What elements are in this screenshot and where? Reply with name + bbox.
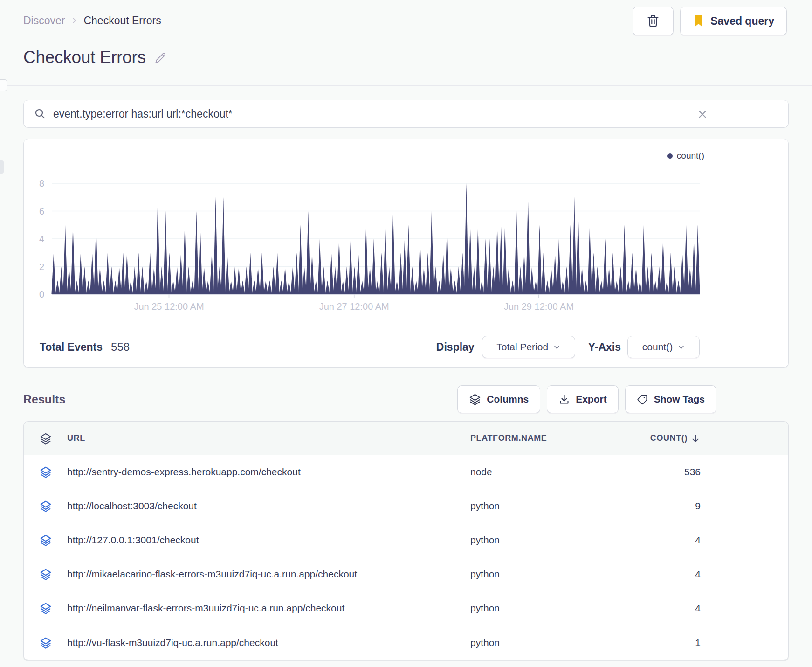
- table-row[interactable]: http://mikaelacarino-flask-errors-m3uuiz…: [24, 557, 788, 591]
- url-cell[interactable]: http://vu-flask-m3uuizd7iq-uc.a.run.app/…: [67, 637, 470, 648]
- download-icon: [558, 394, 570, 405]
- sort-desc-icon: [690, 433, 701, 444]
- svg-text:8: 8: [39, 178, 44, 188]
- count-cell: 4: [624, 535, 788, 546]
- display-period-dropdown[interactable]: Total Period: [482, 336, 575, 358]
- table-body: http://sentry-demos-express.herokuapp.co…: [24, 455, 788, 660]
- chart-controls: Display Total Period Y-Axis count(): [436, 336, 700, 358]
- chart-footer: Total Events 558 Display Total Period Y-…: [24, 326, 788, 368]
- export-button[interactable]: Export: [547, 385, 619, 413]
- svg-text:Jun 27 12:00 AM: Jun 27 12:00 AM: [319, 301, 389, 312]
- sidebar-handle[interactable]: [0, 160, 4, 174]
- column-header-url[interactable]: URL: [67, 433, 470, 443]
- count-cell: 9: [624, 500, 788, 512]
- trash-icon: [645, 13, 661, 29]
- delete-query-button[interactable]: [633, 7, 674, 35]
- svg-text:Jun 29 12:00 AM: Jun 29 12:00 AM: [504, 301, 574, 312]
- platform-cell: python: [470, 535, 624, 546]
- search-input[interactable]: [53, 108, 650, 120]
- table-row[interactable]: http://sentry-demos-express.herokuapp.co…: [24, 455, 788, 489]
- table-row[interactable]: http://localhost:3003/checkoutpython9: [24, 489, 788, 523]
- columns-button[interactable]: Columns: [457, 385, 540, 413]
- breadcrumb: Discover Checkout Errors: [23, 12, 161, 29]
- stack-icon[interactable]: [40, 466, 52, 478]
- table-row[interactable]: http://vu-flask-m3uuizd7iq-uc.a.run.app/…: [24, 625, 788, 660]
- legend-label: count(): [677, 151, 704, 161]
- breadcrumb-link-discover[interactable]: Discover: [23, 14, 65, 27]
- breadcrumb-chevron-icon: [70, 17, 78, 24]
- url-cell[interactable]: http://mikaelacarino-flask-errors-m3uuiz…: [67, 569, 470, 580]
- breadcrumb-current: Checkout Errors: [83, 14, 161, 27]
- count-cell: 4: [624, 569, 788, 580]
- svg-text:0: 0: [39, 289, 44, 299]
- stack-icon: [469, 393, 481, 405]
- svg-text:6: 6: [39, 206, 44, 216]
- clear-search-icon[interactable]: [697, 109, 708, 120]
- bookmark-icon: [693, 15, 704, 28]
- platform-cell: python: [470, 500, 624, 512]
- page-title: Checkout Errors: [23, 48, 146, 67]
- svg-text:2: 2: [39, 262, 44, 272]
- saved-query-button[interactable]: Saved query: [680, 7, 787, 35]
- total-events-value: 558: [111, 340, 130, 354]
- chart-legend[interactable]: count(): [667, 151, 704, 161]
- platform-cell: python: [470, 569, 624, 580]
- results-row: Results Columns Export Show Tags: [23, 384, 789, 414]
- chevron-down-icon: [553, 344, 560, 351]
- show-tags-button-label: Show Tags: [654, 394, 705, 405]
- stack-icon[interactable]: [40, 432, 52, 445]
- table-row[interactable]: http://neilmanvar-flask-errors-m3uuizd7i…: [24, 591, 788, 625]
- header-actions: Saved query: [633, 7, 787, 35]
- url-cell[interactable]: http://neilmanvar-flask-errors-m3uuizd7i…: [67, 603, 470, 614]
- events-chart: 02468Jun 25 12:00 AMJun 27 12:00 AMJun 2…: [24, 139, 788, 326]
- yaxis-dropdown[interactable]: count(): [627, 336, 700, 358]
- stack-icon[interactable]: [40, 568, 52, 580]
- count-cell: 4: [624, 603, 788, 614]
- header-divider: [0, 85, 812, 86]
- results-buttons: Columns Export Show Tags: [457, 385, 716, 413]
- count-cell: 1: [624, 637, 788, 648]
- yaxis-value: count(): [642, 341, 673, 353]
- search-bar[interactable]: [23, 100, 789, 128]
- url-cell[interactable]: http://sentry-demos-express.herokuapp.co…: [67, 466, 470, 478]
- total-events: Total Events 558: [40, 340, 130, 354]
- saved-query-label: Saved query: [710, 15, 774, 28]
- url-cell[interactable]: http://127.0.0.1:3001/checkout: [67, 535, 470, 546]
- chevron-down-icon: [678, 344, 685, 351]
- tag-icon: [637, 394, 648, 405]
- results-heading: Results: [23, 393, 65, 406]
- column-header-count[interactable]: COUNT(): [624, 433, 788, 444]
- display-label: Display: [436, 341, 475, 354]
- stack-icon[interactable]: [40, 534, 52, 546]
- svg-text:Jun 25 12:00 AM: Jun 25 12:00 AM: [134, 301, 204, 312]
- platform-cell: python: [470, 637, 624, 648]
- show-tags-button[interactable]: Show Tags: [625, 385, 716, 413]
- columns-button-label: Columns: [487, 394, 529, 405]
- chart-panel: 02468Jun 25 12:00 AMJun 27 12:00 AMJun 2…: [23, 139, 789, 368]
- stack-icon[interactable]: [40, 602, 52, 614]
- count-cell: 536: [624, 466, 788, 478]
- table-header-row: URL PLATFORM.NAME COUNT(): [24, 422, 788, 455]
- svg-text:4: 4: [39, 234, 44, 244]
- title-row: Checkout Errors: [23, 48, 168, 67]
- yaxis-label: Y-Axis: [588, 341, 621, 354]
- results-table: URL PLATFORM.NAME COUNT() http://sentry-…: [23, 421, 789, 660]
- url-cell[interactable]: http://localhost:3003/checkout: [67, 500, 470, 512]
- stack-icon[interactable]: [40, 500, 52, 512]
- column-header-platform[interactable]: PLATFORM.NAME: [470, 433, 624, 443]
- display-period-value: Total Period: [496, 341, 548, 353]
- platform-cell: python: [470, 603, 624, 614]
- stack-icon[interactable]: [40, 637, 52, 649]
- legend-dot: [667, 153, 673, 159]
- search-icon: [34, 108, 46, 120]
- total-events-label: Total Events: [40, 341, 103, 354]
- sidebar-collapse-tab[interactable]: [0, 79, 7, 91]
- edit-title-icon[interactable]: [153, 50, 168, 65]
- export-button-label: Export: [576, 394, 607, 405]
- table-row[interactable]: http://127.0.0.1:3001/checkoutpython4: [24, 523, 788, 557]
- platform-cell: node: [470, 466, 624, 478]
